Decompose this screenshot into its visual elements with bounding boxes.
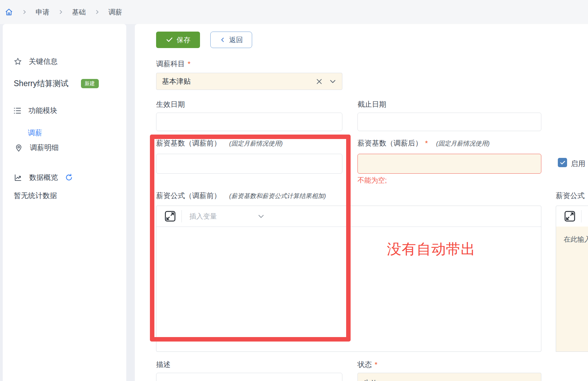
check-icon [560, 160, 566, 166]
star-icon [14, 57, 22, 66]
no-data-text: 暂无统计数据 [14, 191, 57, 200]
effective-date-input[interactable] [156, 113, 342, 131]
field-label-formula-after: 薪资公式 [556, 191, 585, 200]
field-label-subject: 调薪科目* [156, 59, 190, 69]
field-label-end-date: 截止日期 [357, 100, 386, 109]
chevron-right-icon [22, 10, 27, 14]
save-button[interactable]: 保存 [156, 32, 200, 48]
field-note: (固定月薪情况使用) [229, 140, 283, 147]
formula-editor-toolbar: 插入变量 [156, 206, 541, 227]
sidebar-section-label: 功能模块 [28, 106, 57, 115]
record-name: Sherry结算测试 [14, 78, 69, 89]
sidebar-item-label: 关键信息 [29, 57, 58, 66]
chevron-down-icon [528, 379, 536, 381]
sidebar-item-label: 数据概览 [29, 173, 58, 182]
validation-error-text: 不能为空; [357, 176, 387, 185]
formula-editor-after-body[interactable]: 在此输入 [556, 227, 588, 352]
record-title: Sherry结算测试 新建 [14, 78, 99, 89]
status-select[interactable]: 生效 [357, 373, 541, 381]
field-note: (固定月薪情况使用) [436, 140, 490, 147]
toolbar-divider [581, 210, 581, 222]
required-asterisk: * [375, 360, 377, 368]
description-input[interactable] [156, 373, 342, 381]
expand-icon[interactable] [563, 210, 576, 223]
sidebar-item-salary-detail[interactable]: 调薪明细 [14, 143, 59, 152]
insert-variable-dropdown[interactable]: 插入变量 [189, 212, 217, 221]
sidebar-item-salary-adjust[interactable]: 调薪 [28, 128, 42, 138]
field-label-base-after: 薪资基数（调薪后）*(固定月薪情况使用) [357, 138, 490, 148]
end-date-input[interactable] [357, 113, 541, 131]
breadcrumb-item-salary-adjust[interactable]: 调薪 [108, 8, 122, 17]
expand-icon[interactable] [164, 210, 177, 223]
annotation-text: 没有自动带出 [387, 240, 475, 259]
enable-checkbox-label: 启用 [571, 159, 585, 169]
sidebar-item-label: 调薪明细 [30, 143, 59, 152]
clear-icon[interactable] [316, 78, 323, 85]
formula-placeholder: 在此输入 [564, 235, 588, 244]
back-button-label: 返回 [229, 35, 243, 45]
sidebar-section-modules[interactable]: 功能模块 [13, 106, 57, 115]
save-button-label: 保存 [177, 35, 190, 45]
toolbar-divider [181, 210, 182, 222]
status-badge: 新建 [81, 79, 99, 88]
sidebar: 关键信息 Sherry结算测试 新建 功能模块 调薪 [3, 24, 126, 381]
sidebar-item-key-info[interactable]: 关键信息 [14, 57, 58, 66]
chevron-down-icon[interactable] [257, 212, 265, 220]
subject-select-value: 基本津贴 [162, 77, 316, 86]
breadcrumb-item-apply[interactable]: 申请 [36, 8, 49, 17]
sidebar-item-label: 调薪 [28, 128, 42, 138]
field-label-description: 描述 [156, 360, 170, 369]
check-icon [166, 36, 173, 44]
field-label-base-before: 薪资基数（调薪前）(固定月薪情况使用) [156, 138, 283, 148]
required-asterisk: * [188, 60, 190, 68]
required-asterisk: * [425, 139, 428, 147]
breadcrumb: 申请 基础 调薪 [0, 0, 588, 24]
status-select-value: 生效 [363, 378, 528, 381]
field-label-formula-before: 薪资公式（调薪前）(薪资基数和薪资公式计算结果相加) [156, 191, 326, 200]
enable-checkbox[interactable] [558, 158, 567, 167]
back-button[interactable]: 返回 [210, 32, 252, 48]
base-before-input[interactable] [156, 154, 342, 174]
app-canvas: 申请 基础 调薪 关键信息 Sherry结算测试 新建 [0, 0, 588, 381]
chevron-down-icon[interactable] [329, 78, 337, 85]
list-icon [13, 106, 22, 115]
formula-editor-body[interactable] [156, 227, 541, 351]
field-label-status: 状态* [357, 360, 377, 369]
field-label-effective-date: 生效日期 [156, 100, 185, 109]
breadcrumb-item-basic[interactable]: 基础 [72, 8, 86, 17]
formula-editor-before: 插入变量 [156, 206, 541, 352]
chevron-left-icon [220, 37, 226, 43]
chevron-right-icon [95, 10, 99, 14]
base-after-input[interactable] [357, 154, 541, 174]
formula-editor-after-toolbar [556, 206, 588, 227]
chart-line-icon [14, 173, 22, 182]
refresh-icon[interactable] [65, 173, 73, 182]
field-note: (薪资基数和薪资公式计算结果相加) [229, 193, 326, 199]
subject-select[interactable]: 基本津贴 [156, 73, 342, 90]
map-pin-icon [14, 143, 23, 152]
chevron-right-icon [58, 10, 63, 14]
home-icon[interactable] [5, 8, 13, 16]
sidebar-item-data-overview[interactable]: 数据概览 [14, 173, 73, 182]
